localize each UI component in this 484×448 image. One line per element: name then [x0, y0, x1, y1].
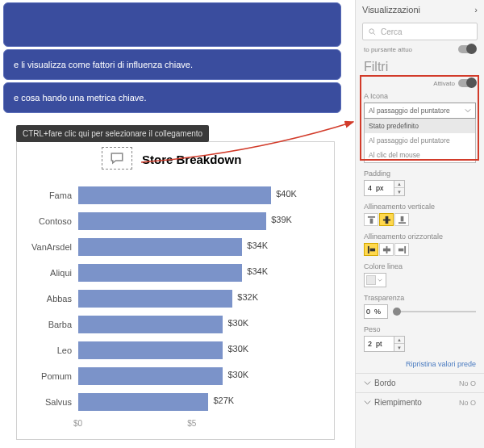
bar-label: Contoso [28, 216, 78, 226]
valign-label: Allineamento verticale [364, 203, 476, 211]
active-toggle[interactable] [458, 45, 476, 53]
align-center-icon[interactable] [379, 243, 394, 256]
info-band-3: e cosa hando una metrica chiave. [3, 82, 341, 113]
bar-row: Abbas$32K [28, 286, 319, 311]
reset-link[interactable]: Ripristina valori prede [356, 355, 484, 373]
riempimento-section[interactable]: Riempimento No O [356, 392, 484, 412]
valign-buttons [364, 213, 476, 226]
align-right-icon[interactable] [394, 243, 409, 256]
weight-input[interactable] [364, 336, 394, 352]
toggle-label: to pursante attuo [364, 46, 412, 53]
x-axis: $0$5 [17, 419, 334, 428]
svg-rect-2 [369, 218, 373, 223]
filtri-heading: Filtri [356, 55, 484, 77]
chevron-down-icon [378, 278, 382, 283]
transparency-label: Trasparenza [364, 294, 476, 302]
comment-icon[interactable] [102, 147, 132, 170]
bar-chart: Fama$40KContoso$39KVanArsdel$34KAliqui$3… [17, 176, 334, 414]
bar-label: Abbas [28, 294, 78, 304]
attivato-toggle[interactable] [458, 79, 476, 87]
bar-label: Fama [28, 191, 78, 200]
link-tooltip: CTRL+fare clic qui per selezionare il co… [16, 125, 209, 142]
chart-title: Store Breakdown [142, 153, 241, 166]
svg-rect-6 [400, 216, 403, 220]
dropdown-option[interactable]: Stato predefinito [365, 119, 475, 133]
info-band-1 [3, 2, 341, 47]
chevron-down-icon [364, 399, 371, 406]
svg-rect-10 [382, 248, 390, 251]
color-swatch[interactable] [364, 273, 386, 287]
chevron-down-icon [465, 107, 471, 114]
dropdown-list: Stato predefinito Al passaggio del punta… [364, 119, 476, 163]
bar-row: Pomum$30K [28, 363, 319, 388]
visualizations-panel: Visualizzazioni › Cerca to pursante attu… [355, 0, 484, 448]
chevron-down-icon [364, 379, 371, 387]
svg-rect-11 [404, 245, 406, 253]
align-bottom-icon[interactable] [394, 213, 409, 226]
bordo-section[interactable]: Bordo No O [356, 373, 484, 392]
align-left-icon[interactable] [364, 243, 378, 256]
bar-row: VanArsdel$34K [28, 234, 319, 259]
attivato-label: Attivato [433, 80, 455, 87]
spinner-buttons[interactable]: ▲▼ [394, 180, 405, 196]
bar-row: Fama$40K [28, 182, 319, 207]
bar-label: Leo [28, 345, 78, 355]
color-label: Colore linea [364, 262, 476, 270]
bar-label: Aliqui [28, 268, 78, 278]
svg-rect-7 [367, 245, 369, 253]
spinner-buttons[interactable]: ▲▼ [394, 336, 405, 352]
halign-buttons [364, 243, 476, 256]
svg-rect-12 [398, 248, 403, 251]
bar-label: VanArsdel [28, 242, 78, 252]
chevron-right-icon[interactable]: › [474, 5, 478, 15]
halign-label: Allineamento orizzontale [364, 232, 476, 241]
bar-label: Pomum [28, 371, 78, 381]
search-input[interactable]: Cerca [362, 23, 478, 40]
svg-rect-1 [367, 216, 374, 217]
dropdown-option[interactable]: Al clic del mouse [365, 148, 475, 162]
bar-row: Aliqui$34K [28, 260, 319, 285]
padding-input[interactable] [364, 180, 394, 196]
transparency-input[interactable] [364, 304, 388, 319]
dropdown-option[interactable]: Al passaggio del puntatore [365, 133, 475, 148]
align-top-icon[interactable] [364, 213, 378, 226]
weight-label: Peso [364, 325, 476, 333]
icon-state-dropdown[interactable]: Al passaggio del puntatore [364, 103, 476, 119]
bar-row: Leo$30K [28, 337, 319, 362]
align-middle-icon[interactable] [379, 213, 394, 226]
svg-rect-8 [369, 248, 374, 251]
search-icon [368, 27, 377, 36]
chart-card[interactable]: Store Breakdown Fama$40KContoso$39KVanAr… [16, 141, 335, 440]
icona-label: A Icona [364, 92, 476, 100]
panel-title: Visualizzazioni [362, 5, 420, 15]
bar-row: Salvus$27K [28, 389, 319, 414]
info-band-2: e li visualizza come fattori di influenz… [3, 49, 341, 80]
bar-label: Salvus [28, 397, 78, 407]
svg-point-0 [369, 28, 374, 33]
svg-rect-5 [398, 222, 405, 224]
bar-row: Contoso$39K [28, 208, 319, 233]
bar-label: Barba [28, 320, 78, 329]
transparency-slider[interactable] [393, 311, 476, 312]
padding-label: Padding [364, 170, 476, 178]
bar-row: Barba$30K [28, 312, 319, 337]
svg-rect-4 [385, 216, 388, 223]
